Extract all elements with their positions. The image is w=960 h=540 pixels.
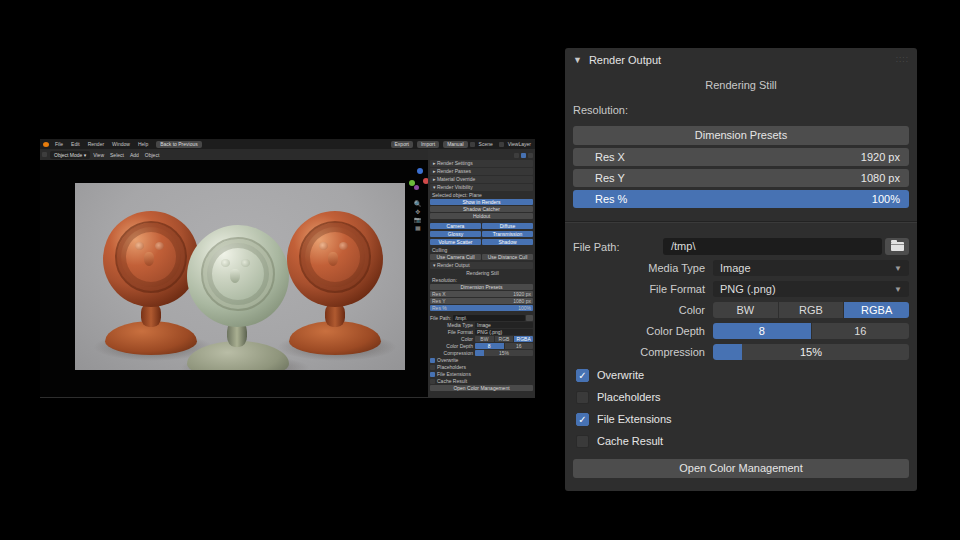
toggle-shadow[interactable]: Shadow [482,239,533,245]
chevron-down-icon: ▼ [894,285,902,294]
mini-status: Rendering Still [430,270,533,276]
screenshot-stage: File Edit Render Window Help Back to Pre… [0,0,960,540]
chevron-down-icon: ▼ [894,264,902,273]
editor-type-icon[interactable] [42,152,47,157]
file-extensions-checkbox[interactable]: ✓ File Extensions [573,412,909,426]
back-to-previous-button[interactable]: Back to Previous [156,141,202,148]
toggle-glossy[interactable]: Glossy [430,231,481,237]
mini-folder-icon[interactable] [526,315,533,321]
res-percent-field[interactable]: Res %100% [573,190,909,208]
section-render-settings[interactable]: ▸ Render Settings [430,160,533,167]
rendering-status-text: Rendering Still [573,79,909,91]
compression-slider-fill [713,344,742,360]
scene-selector[interactable]: Scene [475,141,497,147]
manual-button[interactable]: Manual [443,141,467,148]
color-depth-segment-control: 8 16 [713,323,909,339]
panel-drag-handle-icon[interactable]: ········ [896,56,909,64]
3d-viewport[interactable]: 🔍 ✥ 📷 ▦ [40,160,428,397]
render-props-icon[interactable] [528,153,533,158]
zoom-icon[interactable]: 🔍 [414,200,422,208]
show-in-renders-button[interactable]: Show in Renders [430,199,533,205]
menu-window[interactable]: Window [108,141,134,147]
mini-res-pct[interactable]: Res %100% [430,305,533,311]
toggle-volume-scatter[interactable]: Volume Scatter [430,239,481,245]
mini-compression-slider[interactable]: 15% [475,350,533,356]
media-type-dropdown[interactable]: Image▼ [713,260,909,276]
color-bw-option[interactable]: BW [713,302,778,318]
menu-file[interactable]: File [51,141,67,147]
move-view-icon[interactable]: ✥ [415,208,420,216]
menu-help[interactable]: Help [134,141,152,147]
toggle-diffuse[interactable]: Diffuse [482,223,533,229]
gizmo-z-axis[interactable] [417,168,423,174]
cache-result-checkbox[interactable]: Cache Result [573,434,909,448]
mini-file-path-input[interactable]: /tmp\ [453,315,525,321]
res-y-field[interactable]: Res Y1080 px [573,169,909,187]
navigation-gizmo[interactable] [409,168,429,192]
top-menu-bar: File Edit Render Window Help Back to Pre… [40,139,535,149]
gizmo-axis-dot[interactable] [414,185,419,190]
menu-edit[interactable]: Edit [67,141,84,147]
mini-open-color-management-button[interactable]: Open Color Management [430,385,533,391]
scene-props-icon[interactable] [521,153,526,158]
shadow-catcher-button[interactable]: Shadow Catcher [430,206,533,212]
color-depth-16-option[interactable]: 16 [812,323,910,339]
checkbox-checked-icon: ✓ [576,413,589,426]
file-format-dropdown[interactable]: PNG (.png)▼ [713,281,909,297]
mini-dimension-presets[interactable]: Dimension Presets [430,284,533,290]
res-x-field[interactable]: Res X1920 px [573,148,909,166]
monkey-face-right [317,238,357,284]
checkbox-unchecked-icon [576,391,589,404]
color-segment-control: BW RGB RGBA [713,302,909,318]
menu-add[interactable]: Add [127,152,142,158]
camera-view-icon[interactable]: 📷 [414,216,422,224]
toggle-camera[interactable]: Camera [430,223,481,229]
holdout-button[interactable]: Holdout [430,213,533,219]
file-path-input[interactable]: /tmp\ [663,238,882,255]
use-camera-cull-button[interactable]: Use Camera Cull [430,254,481,260]
export-button[interactable]: Export [391,141,413,148]
blender-logo-icon[interactable] [43,142,49,147]
section-render-passes[interactable]: ▸ Render Passes [430,168,533,175]
mini-file-extensions-checkbox[interactable]: File Extensions [430,371,533,377]
color-depth-8-option[interactable]: 8 [713,323,811,339]
menu-select[interactable]: Select [107,152,127,158]
color-rgb-option[interactable]: RGB [779,302,844,318]
file-path-label: File Path: [573,241,663,253]
filter-icon[interactable] [514,153,519,158]
monkey-face-center [219,255,259,301]
mini-placeholders-checkbox[interactable]: Placeholders [430,364,533,370]
mini-overwrite-checkbox[interactable]: Overwrite [430,357,533,363]
mini-color-segment[interactable]: BWRGBRGBA [475,336,533,342]
dimension-presets-button[interactable]: Dimension Presets [573,126,909,145]
section-render-visibility[interactable]: ▾ Render Visibility [430,184,533,191]
section-render-output-mini[interactable]: ▾ Render Output [430,262,533,269]
section-material-override[interactable]: ▸ Material Override [430,176,533,183]
browse-folder-button[interactable] [885,238,909,255]
compression-slider[interactable]: 15% [713,344,909,360]
media-type-label: Media Type [573,262,713,274]
mini-cache-result-checkbox[interactable]: Cache Result [430,378,533,384]
object-mode-dropdown[interactable]: Object Mode ▾ [50,151,90,159]
open-color-management-button[interactable]: Open Color Management [573,459,909,478]
mini-color-depth-segment[interactable]: 816 [475,343,533,349]
menu-object[interactable]: Object [142,152,162,158]
mini-media-type-dropdown[interactable]: Image [475,322,533,328]
menu-render[interactable]: Render [84,141,108,147]
use-distance-cull-button[interactable]: Use Distance Cull [482,254,533,260]
placeholders-checkbox[interactable]: Placeholders [573,390,909,404]
panel-title: Render Output [589,54,661,66]
resolution-label: Resolution: [573,104,909,116]
color-rgba-option[interactable]: RGBA [844,302,909,318]
overwrite-checkbox[interactable]: ✓ Overwrite [573,368,909,382]
mini-res-y[interactable]: Res Y1080 px [430,298,533,304]
view-layer-selector[interactable]: ViewLayer [504,141,535,147]
mini-file-format-dropdown[interactable]: PNG (.png) [475,329,533,335]
import-button[interactable]: Import [417,141,439,148]
toggle-transmission[interactable]: Transmission [482,231,533,237]
collapse-chevron-icon[interactable]: ▼ [573,55,582,65]
mini-res-x[interactable]: Res X1920 px [430,291,533,297]
viewport-nav-buttons: 🔍 ✥ 📷 ▦ [414,200,422,232]
menu-view[interactable]: View [90,152,107,158]
toggle-view-icon[interactable]: ▦ [415,224,421,232]
